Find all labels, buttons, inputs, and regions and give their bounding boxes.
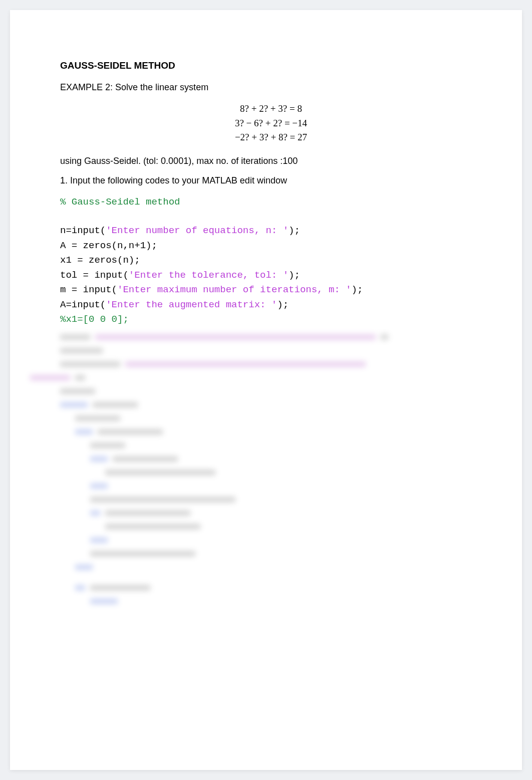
equation-line-1: 8? + 2? + 3? = 8 <box>60 102 482 116</box>
code-line: x1 = zeros(n); <box>60 253 482 268</box>
code-line: A = zeros(n,n+1); <box>60 239 482 253</box>
obscured-line <box>60 384 482 398</box>
obscured-line <box>60 330 482 344</box>
equation-block: 8? + 2? + 3? = 8 3? − 6? + 2? = −14 −2? … <box>60 102 482 145</box>
obscured-line <box>30 371 452 384</box>
code-comment: % Gauss-Seidel method <box>60 195 482 210</box>
obscured-line <box>90 493 512 506</box>
obscured-line <box>90 595 512 608</box>
obscured-line <box>60 357 482 371</box>
equation-line-3: −2? + 3? + 8? = 27 <box>60 130 482 145</box>
code-line: tol = input('Enter the tolerance, tol: '… <box>60 268 482 283</box>
code-line: m = input('Enter maximum number of itera… <box>60 283 482 297</box>
obscured-line <box>60 574 482 581</box>
obscured-line <box>90 506 512 520</box>
document-page: GAUSS-SEIDEL METHOD EXAMPLE 2: Solve the… <box>10 10 522 770</box>
obscured-line <box>90 547 512 560</box>
obscured-line <box>75 425 497 439</box>
obscured-line <box>60 344 482 357</box>
obscured-line <box>90 439 512 452</box>
blank-line <box>60 210 482 224</box>
example-label: EXAMPLE 2: Solve the linear system <box>60 82 482 93</box>
section-heading: GAUSS-SEIDEL METHOD <box>60 60 482 71</box>
obscured-line <box>90 479 512 493</box>
code-block: % Gauss-Seidel method n=input('Enter num… <box>60 195 482 608</box>
obscured-line <box>60 398 482 412</box>
code-line: n=input('Enter number of equations, n: '… <box>60 224 482 238</box>
step-1: 1. Input the following codes to your MAT… <box>60 175 482 186</box>
code-line: %x1=[0 0 0]; <box>60 312 482 327</box>
obscured-line <box>75 412 497 425</box>
obscured-line <box>75 581 497 595</box>
obscured-code-area <box>60 330 482 608</box>
code-line: A=input('Enter the augmented matrix: '); <box>60 298 482 312</box>
obscured-line <box>105 520 527 533</box>
using-line: using Gauss-Seidel. (tol: 0.0001), max n… <box>60 156 482 166</box>
obscured-line <box>90 533 512 547</box>
obscured-line <box>90 452 512 466</box>
obscured-line <box>75 560 497 574</box>
equation-line-2: 3? − 6? + 2? = −14 <box>60 116 482 131</box>
obscured-line <box>105 466 527 479</box>
